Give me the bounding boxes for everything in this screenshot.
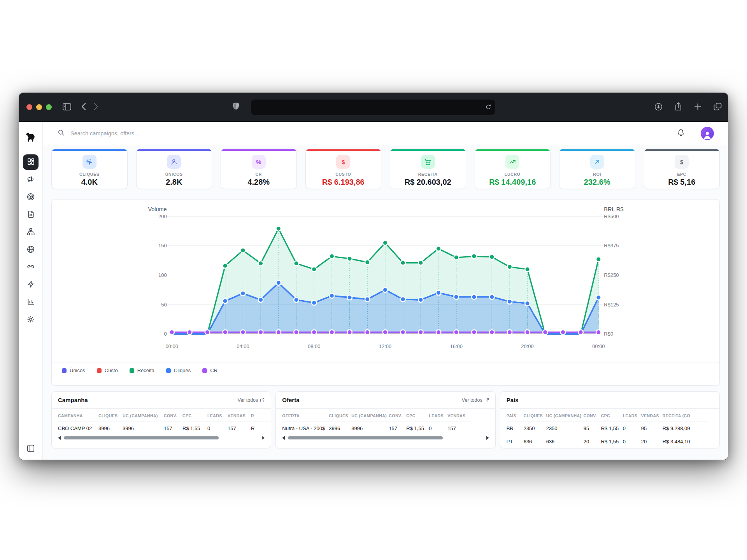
kpi-value: R$ 5,16 [644,178,720,187]
kpi-value: 4.0K [52,178,127,187]
ver-todos-link[interactable]: Ver todos [462,397,489,403]
forward-button[interactable] [94,103,98,112]
scrollbar-track[interactable] [288,436,483,439]
column-header: VENDAS [228,409,251,422]
svg-text:16:00: 16:00 [450,343,463,349]
scrollbar-track[interactable] [63,436,259,439]
sidebar-item-megaphone[interactable] [23,172,39,187]
legend-item-cr[interactable]: CR [202,368,217,373]
kpi-label: ROI [559,172,635,177]
kpi-label: ÚNICOS [137,172,212,177]
back-button[interactable] [81,103,86,112]
minimize-button[interactable] [36,104,42,110]
privacy-shield-button[interactable] [233,93,239,121]
sidebar-item-sitemap[interactable] [23,224,39,240]
scrollbar-thumb[interactable] [288,436,443,439]
sidebar-item-globe[interactable] [23,242,39,257]
table-cell: R$ 9.288,09 [663,422,709,435]
scroll-left-arrow[interactable] [282,436,285,440]
horizontal-scrollbar[interactable] [52,435,271,444]
dollar-icon: $ [675,155,689,169]
browser-titlebar [19,93,728,122]
table-cell: 95 [584,422,601,435]
column-header: CONV. [389,409,406,422]
scrollbar-thumb[interactable] [64,436,219,439]
svg-text:50: 50 [161,302,167,308]
legend-swatch [97,368,102,373]
user-avatar[interactable] [701,127,714,140]
search-input[interactable] [70,130,670,137]
legend-swatch [130,368,134,373]
svg-text:Volume: Volume [148,206,167,212]
sidebar-toggle-button[interactable] [63,103,71,112]
table-cell: 157 [447,422,471,435]
table-cell: 0 [623,435,641,448]
dollar-icon: $ [336,155,350,169]
url-bar[interactable] [251,100,495,115]
legend-item-receita[interactable]: Receita [130,368,154,373]
data-table: OFERTACLIQUESUC (CAMPANHA)CONV.CPCLEADSV… [282,409,471,435]
legend-item-unicos[interactable]: Únicos [62,368,85,373]
kpi-accent-strip [390,149,466,151]
table-cell: 2350 [546,422,584,435]
close-button[interactable] [26,104,32,110]
sidebar-item-bar-chart[interactable] [23,294,39,310]
table-card-pais: PaísPAÍSCLIQUESUC (CAMPANHA)CONV.CPCLEAD… [500,391,720,448]
table-row: Nutra - USA - 200$39963996157R$ 1,550157 [282,422,471,435]
share-button[interactable] [675,102,682,112]
kpi-label: CR [221,172,296,177]
legend-item-custo[interactable]: Custo [97,368,118,373]
sidebar-item-link[interactable] [23,259,39,275]
column-header: OFERTA [282,409,329,422]
downloads-button[interactable] [654,103,663,112]
scroll-left-arrow[interactable] [58,436,61,440]
ver-todos-link[interactable]: Ver todos [238,397,265,403]
download-circle-icon [654,103,663,112]
scroll-right-arrow[interactable] [486,436,489,440]
table-cell: 3996 [351,422,389,435]
sidebar-item-dashboard-grid[interactable] [23,154,39,170]
kpi-value: R$ 6.193,86 [306,178,381,187]
table-cell: 95 [641,422,663,435]
file-code-icon [27,210,35,220]
volume-brl-chart: Volume050100150200BRL R$R$0R$125R$250R$3… [52,200,719,355]
sidebar-item-gear[interactable] [23,312,39,327]
horizontal-scrollbar[interactable] [276,435,495,444]
column-header: UC (CAMPANHA) [123,409,164,422]
kpi-accent-strip [137,149,212,151]
globe-icon [26,245,35,255]
data-table: PAÍSCLIQUESUC (CAMPANHA)CONV.CPCLEADSVEN… [507,409,709,448]
table-cell: 0 [429,422,447,435]
app-logo [25,127,37,149]
scroll-right-arrow[interactable] [262,436,265,440]
kpi-card-custo: $CUSTOR$ 6.193,86 [305,149,382,189]
zoom-button[interactable] [46,104,52,110]
column-header: LEADS [623,409,641,422]
kpi-label: EPC [644,172,720,177]
sidebar-item-target[interactable] [23,189,39,205]
kpi-card-roi: ROI232.6% [559,149,635,189]
sidebar-item-zap[interactable] [23,277,39,292]
reload-button[interactable] [485,104,491,111]
table-cell: 3996 [123,422,164,435]
table-title: Oferta [282,397,299,403]
tab-overview-button[interactable] [714,103,722,112]
table-cell: 3996 [329,422,351,435]
bar-chart-icon [27,298,35,307]
svg-text:R$125: R$125 [604,302,619,308]
new-tab-button[interactable] [694,103,701,112]
ver-todos-label: Ver todos [462,397,482,403]
legend-item-cliques[interactable]: Cliques [166,368,191,373]
sidebar-item-file-code[interactable] [23,207,39,222]
kpi-label: CLIQUES [52,172,127,177]
svg-text:R$375: R$375 [604,243,619,248]
dog-icon [25,131,37,145]
notifications-button[interactable] [675,128,687,138]
collapse-sidebar-button[interactable] [26,444,35,454]
legend-label: Únicos [70,368,85,373]
sidebar-toggle-icon [63,103,71,112]
table-cell: 0 [207,422,228,435]
column-header: CPC [406,409,429,422]
column-header: VENDAS [447,409,471,422]
dashboard-grid-icon [27,158,35,167]
